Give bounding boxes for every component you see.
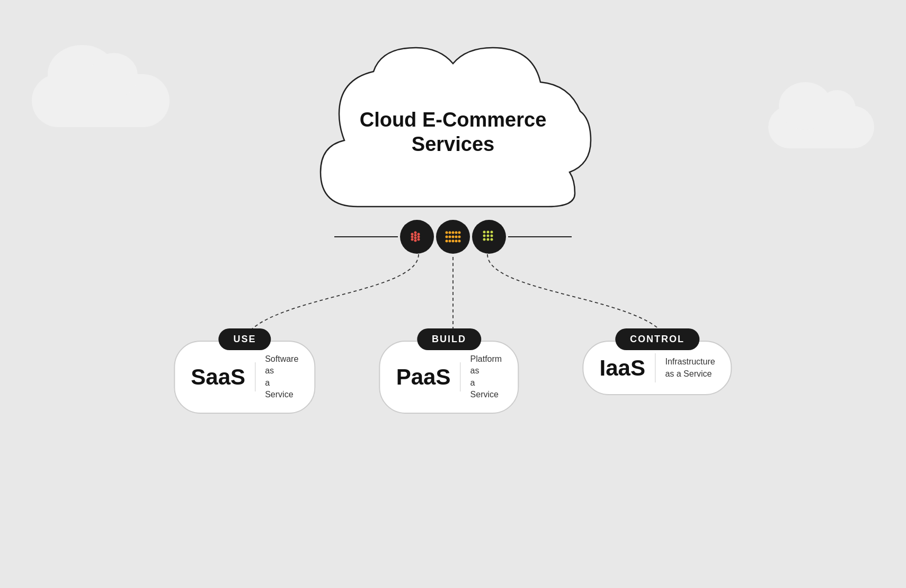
icon-row: [334, 220, 572, 254]
iaas-description: Infrastructure as a Service: [665, 356, 715, 380]
paas-acronym: PaaS: [396, 366, 451, 388]
connector-right: [508, 236, 572, 237]
svg-point-29: [487, 235, 490, 237]
decorative-cloud-left: [32, 74, 170, 127]
svg-point-10: [446, 231, 448, 234]
svg-point-31: [483, 238, 486, 241]
iaas-dot-icon: [482, 230, 496, 244]
saas-arrow-icon: [410, 229, 424, 244]
svg-point-19: [458, 236, 461, 238]
connector-left: [334, 236, 398, 237]
saas-divider: [255, 362, 255, 391]
paas-label: BUILD: [417, 328, 481, 350]
svg-point-1: [411, 236, 414, 238]
main-cloud: Cloud E-Commerce Services: [305, 37, 601, 228]
saas-card: USE SaaS Software as a Service: [174, 328, 315, 414]
svg-point-3: [414, 231, 417, 234]
iaas-label: CONTROL: [615, 328, 699, 350]
svg-point-33: [491, 238, 493, 241]
paas-card: BUILD PaaS Platform as a Service: [379, 328, 519, 414]
svg-point-17: [452, 236, 455, 238]
svg-point-8: [418, 236, 420, 238]
main-cloud-container: Cloud E-Commerce Services: [305, 37, 601, 228]
paas-bubble: PaaS Platform as a Service: [379, 341, 519, 414]
iaas-card: CONTROL IaaS Infrastructure as a Service: [583, 328, 732, 395]
saas-icon-circle: [400, 220, 434, 254]
svg-point-15: [446, 236, 448, 238]
svg-point-13: [455, 231, 458, 234]
svg-point-14: [458, 231, 461, 234]
svg-point-24: [458, 240, 461, 243]
paas-divider: [460, 362, 460, 391]
paas-description: Platform as a Service: [470, 353, 502, 401]
scene: Cloud E-Commerce Services: [0, 0, 906, 588]
svg-point-23: [455, 240, 458, 243]
svg-point-25: [483, 231, 486, 234]
decorative-cloud-right: [768, 106, 874, 148]
svg-point-4: [414, 234, 417, 237]
svg-point-32: [487, 238, 490, 241]
service-cards: USE SaaS Software as a Service BUILD Paa…: [174, 328, 732, 414]
svg-point-5: [414, 237, 417, 239]
svg-point-18: [455, 236, 458, 238]
svg-point-12: [452, 231, 455, 234]
svg-point-7: [418, 233, 420, 236]
saas-description: Software as a Service: [265, 353, 299, 401]
svg-point-22: [452, 240, 455, 243]
svg-point-11: [449, 231, 451, 234]
saas-acronym: SaaS: [191, 366, 245, 388]
cloud-title: Cloud E-Commerce Services: [360, 108, 547, 156]
iaas-icon-circle: [472, 220, 506, 254]
svg-point-6: [414, 239, 417, 242]
svg-point-0: [411, 233, 414, 236]
paas-dot-icon: [445, 230, 461, 243]
paas-icon-circle: [436, 220, 470, 254]
svg-point-26: [487, 231, 490, 234]
svg-point-9: [418, 238, 420, 241]
iaas-acronym: IaaS: [600, 357, 645, 379]
svg-point-20: [446, 240, 448, 243]
svg-point-28: [483, 235, 486, 237]
svg-point-21: [449, 240, 451, 243]
saas-label: USE: [218, 328, 271, 350]
saas-bubble: SaaS Software as a Service: [174, 341, 315, 414]
svg-point-27: [491, 231, 493, 234]
iaas-divider: [655, 353, 656, 382]
svg-point-30: [491, 235, 493, 237]
svg-point-2: [411, 238, 414, 241]
svg-point-16: [449, 236, 451, 238]
